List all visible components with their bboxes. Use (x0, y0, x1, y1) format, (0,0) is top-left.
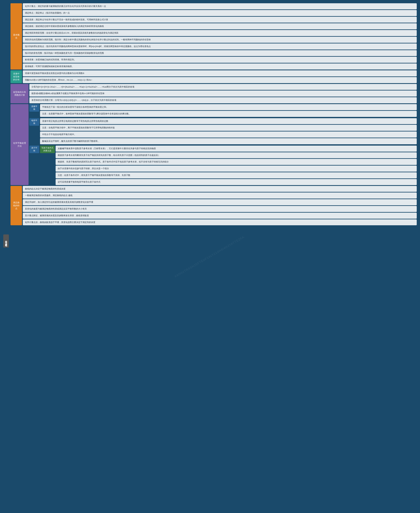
sub-proton-balance: 质子平衡 写质子条件式的要点是 从酸碱平衡体系中选取质子参考水准（又称零水准），… (29, 146, 417, 185)
basic-item-8: 标准溶液：浓度准确已知的试剂溶液。常用作滴定剂。 (23, 57, 417, 63)
proton-item-2: 根据得、失质子数相等的原则写出质子条件式。质子条件式中应不包括质子参考水准，也不… (56, 159, 417, 165)
basic-concepts-items: 化学计量点：滴定剂的量与被测物质的量正好符合化学反应式所表示的计量关系的一点 滴… (23, 3, 417, 70)
calc-item-2: 各型体的分布系数计算：分母为1+β1[L]+β2[L]2+……+βn[L]n，分… (29, 97, 417, 103)
charge-item-2: 中性分子不包括在电荷平衡方程中。 (40, 132, 417, 138)
proton-cond-items: 从酸碱平衡体系中选取质子参考水准（又称零水准），它们是溶液中大量存在并参与质子转… (56, 146, 417, 185)
proton-item-4: 注意：在质子条件式中，得失质子产物平衡浓度前的系数等于其得、失质子数 (56, 172, 417, 178)
label-distribution: 溶液中各型体的分布 (10, 70, 22, 83)
section-distribution: 溶液中各型体的分布 溶液中某型体的平衡浓度在溶质总浓度中的分数称为分布系数δi … (10, 70, 417, 83)
basic-item-2: 滴定误差：滴定终点与化学计量点不完全一致所造成的相对误差。可用林邦误差公式计算 (23, 17, 417, 23)
proton-balance-content: 写质子条件式的要点是 从酸碱平衡体系中选取质子参考水准（又称零水准），它们是溶液… (40, 146, 417, 185)
curve-item-2: 滴定开始时，加入滴定剂引起的被测溶液浓度及其相关参数变化比较平缓 (23, 199, 417, 205)
right-content: 基本概念 化学计量点：滴定剂的量与被测物质的量正好符合化学反应式所表示的计量关系… (10, 3, 417, 225)
mind-map: 分析化学 滴定分析法概论 基本概念 化学计量点：滴定剂的量与被测物质的量正好符合… (3, 3, 417, 479)
root-label: 分析化学 滴定分析法概论 (5, 239, 8, 243)
label-titration-curve: 滴定曲线的特点 (10, 186, 22, 225)
basic-item-5: 突跃所在的范围称为突跃范围。指示剂：滴定分析中通过其颜色的变化来指示化学计量点到… (23, 37, 417, 43)
basic-item-0: 化学计量点：滴定剂的量与被测物质的量正好符合化学反应式所表示的计量关系的一点 (23, 3, 417, 9)
calc-item-0: 分母为[H+]n+[H+]n-1Ka1+……+[H+]Ka1Ka2+……+Ka(… (29, 84, 417, 90)
charge-balance-items: 溶液中荷正电质点所带正电荷的总数等于荷负电质点所带负电荷的总数 注意：在电荷平衡… (40, 118, 417, 144)
label-basic-concepts: 基本概念 (10, 3, 22, 70)
chem-equil-content: 质量平衡 平衡状态下某一组分的分析浓度等于该组分各种型体的平衡浓度之和。 注意：… (29, 104, 417, 185)
mass-item-0: 平衡状态下某一组分的分析浓度等于该组分各种型体的平衡浓度之和。 (40, 104, 417, 110)
distribution-items: 溶液中某型体的平衡浓度在溶质总浓度中的分数称为分布系数δi 弱酸HnA有n+1种… (23, 70, 417, 83)
label-mass-balance: 质量平衡 (29, 104, 39, 112)
titration-curve-items: 曲线的起点决定于被滴定物质的性质或浓度 一般被滴定物质的浓度越高，滴定曲线的起点… (23, 186, 417, 225)
section-dist-calc: 各型体的分布系数的计算 分母为[H+]n+[H+]n-1Ka1+……+[H+]K… (10, 84, 417, 103)
basic-item-3: 滴定曲线：描述滴定过程中溶液浓度或某相关参数随加入的滴定剂体积而变化的曲线 (23, 23, 417, 29)
mass-balance-items: 平衡状态下某一组分的分析浓度等于该组分各种型体的平衡浓度之和。 注意：在质量平衡… (40, 104, 417, 117)
dist-calc-items: 分母为[H+]n+[H+]n-1Ka1+……+[H+]Ka1Ka2+……+Ka(… (29, 84, 417, 103)
curve-item-1: 一般被滴定物质的浓度越高，滴定曲线的起点 越低 (23, 192, 417, 198)
proton-item-0: 从酸碱平衡体系中选取质子参考水准（又称零水准），它们是溶液中大量存在并参与质子转… (56, 146, 417, 152)
curve-item-5: 化学计量点后，曲线由陡直趋于平缓，其变化趋势主要决定于滴定剂的浓度 (23, 219, 417, 225)
basic-item-9: 基准物质：可用于直接配制或标定标准溶液的物质。 (23, 63, 417, 70)
dist-item-1: 弱酸HnA有n+1种可能的存在型体，即HnA，Hn-1A-……HA(n-1)−和… (23, 77, 417, 83)
curve-item-0: 曲线的起点决定于被滴定物质的性质或浓度 (23, 186, 417, 192)
section-basic-concepts: 基本概念 化学计量点：滴定剂的量与被测物质的量正好符合化学反应式所表示的计量关系… (10, 3, 417, 70)
label-proton-conditions: 写质子条件式的要点是 (40, 146, 55, 153)
sub-proton-conditions: 写质子条件式的要点是 从酸碱平衡体系中选取质子参考水准（又称零水准），它们是溶液… (40, 146, 417, 185)
label-dist-calc: 各型体的分布系数的计算 (10, 84, 29, 103)
proton-item-3: 由于水溶液中的水也参与质子转移，所以水是一个组分 (56, 166, 417, 172)
charge-item-3: 酸碱反应达平衡时，酸失去的质子数与碱得到的质子数相等。 (40, 138, 417, 144)
basic-item-6: 指示剂的理论变色点：指示剂具有不同颜色的两种型体浓度相等时，即[In]=[XIn… (23, 44, 417, 50)
proton-item-1: 根据质子参考水准判断得失质子的产物及其得失的质子数，绘出得失质子示意图（包括溶剂… (56, 152, 417, 158)
sub-charge-balance: 电荷平衡 溶液中荷正电质点所带正电荷的总数等于荷负电质点所带负电荷的总数 注意：… (29, 118, 417, 144)
label-chem-equil: 化学平衡处理方法 (10, 104, 29, 185)
calc-item-1: 能形成n级配合物MLn的金属离子在配位平衡体系中也有n+1种可能的存在型体 (29, 90, 417, 96)
root-node: 分析化学 滴定分析法概论 (3, 235, 9, 248)
basic-item-1: 滴定终点：滴定终止（指示剂改变颜色）的一点 (23, 10, 417, 16)
label-proton-balance: 质子平衡 (29, 146, 39, 153)
charge-item-1: 注意：在电荷平衡方程中，离子平衡浓度前的系数等于它所带电荷数的绝对值 (40, 125, 417, 131)
proton-item-5: 还可采用质量平衡和电荷平衡导出质子条件式 (56, 179, 417, 185)
dist-item-0: 溶液中某型体的平衡浓度在溶质总浓度中的分数称为分布系数δi (23, 70, 417, 76)
curve-item-4: 至计量点附近，被测溶液的浓度及其参数将发生突变，曲线变得陡直 (23, 213, 417, 219)
charge-item-0: 溶液中荷正电质点所带正电荷的总数等于荷负电质点所带负电荷的总数 (40, 118, 417, 124)
section-chem-equil: 化学平衡处理方法 质量平衡 平衡状态下某一组分的分析浓度等于该组分各种型体的平衡… (10, 104, 417, 185)
section-titration-curve: 滴定曲线的特点 曲线的起点决定于被滴定物质的性质或浓度 一般被滴定物质的浓度越高… (10, 186, 417, 225)
mass-item-1: 注意：在质量平衡式中，各种型体平衡浓度前的系数等于1摩尔该型体中含有该组分的摩尔… (40, 111, 417, 117)
basic-item-4: 滴定突跃和突跃范围：在化学计量点前后±0.1%，溶液浓度及其相关参数发生的急剧变… (23, 30, 417, 36)
label-charge-balance: 电荷平衡 (29, 118, 39, 126)
basic-item-7: 指示剂的变色范围：指示剂由一种型体颜色变为另一型体颜色时溶液参数变化的范围 (23, 50, 417, 56)
sub-mass-balance: 质量平衡 平衡状态下某一组分的分析浓度等于该组分各种型体的平衡浓度之和。 注意：… (29, 104, 417, 117)
curve-item-3: 其变化的速度与被滴定物质的性质或滴定反应平衡常数的大小有关 (23, 206, 417, 212)
